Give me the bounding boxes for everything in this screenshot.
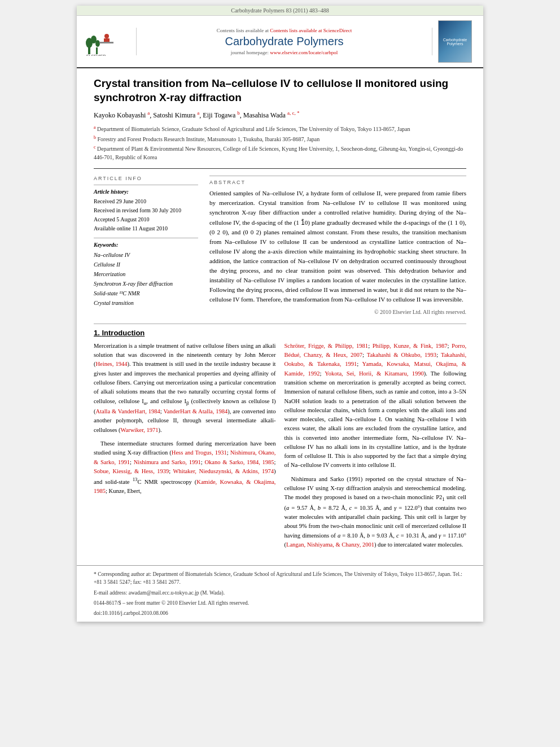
article-info-heading: ARTICLE INFO [94, 176, 198, 181]
ref-okano1984[interactable]: Okano & Sarko, 1984, 1985 [204, 459, 274, 465]
intro-para-3: Schröter, Frigge, & Philipp, 1981; Phili… [285, 342, 467, 470]
ref-whitaker1974[interactable]: Whitaker, Nieduszynski, & Atkins, 1974 [173, 468, 274, 474]
ref-yokota1990[interactable]: Yokota, Sei, Horii, & Kitamaru, 1990 [325, 370, 423, 377]
doi-line: doi:10.1016/j.carbpol.2010.08.006 [94, 609, 466, 617]
keywords-section: Keywords: Na–cellulose IV Cellulose II M… [94, 238, 198, 308]
svg-point-3 [95, 40, 100, 47]
ref-warwiker[interactable]: Warwiker, 1971 [121, 427, 159, 433]
contents-text: Contents lists available at [217, 28, 270, 33]
ref-takahashi1993[interactable]: Takahashi & Ohkubo, 1993 [367, 352, 436, 358]
authors-line: Kayoko Kobayashi a, Satoshi Kimura a, Ei… [94, 110, 466, 120]
ref-vanderhart1984[interactable]: VanderHart & Atalla, 1984 [163, 408, 228, 414]
abstract-heading: ABSTRACT [209, 180, 466, 185]
issn-note: 0144-8617/$ – see front matter © 2010 El… [94, 599, 466, 607]
sciencedirect-link[interactable]: Contents lists available at ScienceDirec… [270, 28, 352, 33]
journal-header: ELSEVIER Contents lists available at Con… [77, 16, 483, 68]
section-number: 1. [94, 329, 100, 337]
homepage-url[interactable]: www.elsevier.com/locate/carbpol [270, 50, 338, 55]
cover-label: Carbohydrate Polymers [440, 38, 470, 46]
intro-col-left: Mercerization is a simple treatment of n… [94, 342, 276, 554]
history-label: Article history: [94, 189, 198, 195]
elsevier-svg-icon: ELSEVIER [85, 25, 128, 56]
keyword-1: Na–cellulose IV [94, 250, 198, 260]
affiliations-block: a Department of Biomaterials Science, Gr… [94, 124, 466, 161]
journal-cover-image: Carbohydrate Polymers [438, 20, 472, 63]
svg-rect-0 [88, 47, 90, 54]
keyword-4: Synchrotron X-ray fiber diffraction [94, 279, 198, 289]
abstract-section: ABSTRACT Oriented samples of Na–cellulos… [209, 176, 466, 315]
ref-hess1931[interactable]: Hess and Trogus, 1931 [172, 449, 227, 456]
svg-text:ELSEVIER: ELSEVIER [86, 54, 106, 56]
section-title-text: Introduction [102, 329, 145, 337]
intro-body-cols: Mercerization is a simple treatment of n… [94, 342, 466, 554]
keyword-5: Solid-state ¹³C NMR [94, 289, 198, 298]
elsevier-logo: ELSEVIER [85, 25, 130, 58]
journal-citation: Carbohydrate Polymers 83 (2011) 483–488 [231, 7, 329, 14]
article-info-col: ARTICLE INFO Article history: Received 2… [94, 176, 198, 315]
affiliation-b-text: Forestry and Forest Products Research In… [98, 136, 320, 142]
ref-kamide1985[interactable]: Kamide, Kowsaka, & Okajima, 1985 [94, 479, 276, 494]
intro-para-1: Mercerization is a simple treatment of n… [94, 342, 276, 435]
svg-rect-7 [99, 42, 113, 43]
ref-langan2001[interactable]: Langan, Nishiyama, & Chanzy, 2001 [286, 541, 374, 548]
abstract-text: Oriented samples of Na–cellulose IV, a h… [209, 189, 466, 304]
affiliation-a: a Department of Biomaterials Science, Gr… [94, 124, 466, 133]
received-date: Received 29 June 2010 [94, 197, 198, 206]
keyword-6: Crystal transition [94, 298, 198, 308]
journal-bar: Carbohydrate Polymers 83 (2011) 483–488 [77, 6, 483, 16]
introduction-title: 1. Introduction [94, 329, 466, 337]
affiliation-b: b Forestry and Forest Products Research … [94, 134, 466, 143]
keyword-3: Mercerization [94, 269, 198, 279]
affiliation-a-text: Department of Biomaterials Science, Grad… [97, 126, 410, 133]
intro-col-right: Schröter, Frigge, & Philipp, 1981; Phili… [285, 342, 467, 554]
info-abstract-cols: ARTICLE INFO Article history: Received 2… [94, 176, 466, 315]
corresponding-author-note: * Corresponding author at: Department of… [94, 570, 466, 587]
ref-philipp1987[interactable]: Philipp, Kunze, & Fink, 1987 [373, 343, 448, 349]
journal-cover: Carbohydrate Polymers [438, 20, 475, 63]
email-note: E-mail address: awadam@mail.ecc.u-tokyo.… [94, 589, 466, 597]
journal-homepage: journal homepage: www.elsevier.com/locat… [142, 50, 426, 55]
introduction-section: 1. Introduction Mercerization is a simpl… [94, 324, 466, 554]
affiliation-c: c Department of Plant & Environmental Ne… [94, 144, 466, 161]
journal-title-block: Contents lists available at Contents lis… [136, 28, 432, 55]
svg-point-5 [104, 34, 109, 38]
copyright-line: © 2010 Elsevier Ltd. All rights reserved… [209, 309, 466, 315]
affiliation-c-text: Department of Plant & Environmental New … [94, 146, 463, 160]
available-date: Available online 11 August 2010 [94, 224, 198, 233]
received-revised-date: Received in revised form 30 July 2010 [94, 206, 198, 215]
ref-atalla1984[interactable]: Atalla & VanderHart, 1984 [96, 408, 160, 414]
contents-line: Contents lists available at Contents lis… [142, 28, 426, 33]
accepted-date: Accepted 5 August 2010 [94, 215, 198, 224]
ref-schroter1981[interactable]: Schröter, Frigge, & Philipp, 1981 [285, 343, 369, 349]
keyword-2: Cellulose II [94, 260, 198, 269]
ref-heines[interactable]: Heines, 1944 [96, 361, 128, 367]
keywords-label: Keywords: [94, 242, 198, 248]
svg-rect-4 [96, 47, 98, 54]
intro-para-4: Nishimura and Sarko (1991) reported on t… [285, 475, 467, 550]
homepage-label: journal homepage: [231, 50, 269, 55]
keywords-list: Na–cellulose IV Cellulose II Mercerizati… [94, 250, 198, 308]
page-footer: * Corresponding author at: Department of… [77, 565, 483, 622]
intro-para-2: These intermediate structures formed dur… [94, 439, 276, 496]
ref-sobue1939[interactable]: Sobue, Kiessig, & Hess, 1939 [94, 468, 169, 474]
divider-top [94, 168, 466, 169]
article-title: Crystal transition from Na–cellulose IV … [94, 77, 466, 104]
article-history-section: Article history: Received 29 June 2010 R… [94, 185, 198, 233]
page: Carbohydrate Polymers 83 (2011) 483–488 … [77, 6, 483, 622]
journal-name: Carbohydrate Polymers [142, 35, 426, 48]
ref-nishimura1991b[interactable]: Nishimura and Sarko, 1991 [134, 459, 201, 465]
abstract-col: ABSTRACT Oriented samples of Na–cellulos… [209, 176, 466, 315]
article-content: Crystal transition from Na–cellulose IV … [77, 68, 483, 565]
